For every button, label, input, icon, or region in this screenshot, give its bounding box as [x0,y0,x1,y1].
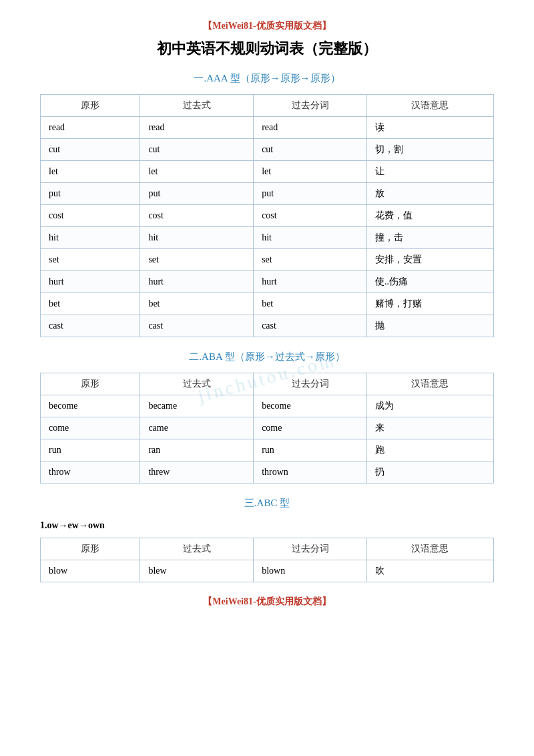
table-row: betbetbet赌博，打赌 [41,293,494,315]
col-header-2: 过去分词 [254,95,367,117]
cell-3-2: put [254,183,367,205]
table-row: hithithit撞，击 [41,227,494,249]
cell-0-3: 吹 [366,560,493,582]
cell-2-3: 跑 [366,439,493,461]
cell-6-1: set [140,249,254,271]
cell-1-2: come [254,417,367,439]
table-row: setsetset安排，安置 [41,249,494,271]
cell-3-0: throw [41,461,140,484]
section-title-aaa: 一.AAA 型（原形→原形→原形） [40,72,494,85]
cell-0-2: blown [254,560,367,582]
cell-9-1: cast [140,315,254,337]
cell-8-2: bet [254,293,367,315]
cell-8-1: bet [140,293,254,315]
col-header-1: 过去式 [140,538,254,560]
col-header-0: 原形 [41,538,140,560]
cell-0-0: blow [41,560,140,582]
table-row: throwthrewthrown扔 [41,461,494,484]
col-header-2: 过去分词 [254,373,367,395]
cell-4-0: cost [41,205,140,227]
cell-2-0: run [41,439,140,461]
cell-5-3: 撞，击 [366,227,493,249]
cell-1-3: 切，割 [366,139,493,161]
table-row: letletlet让 [41,161,494,183]
section-title-abc: 三.ABC 型 [40,497,494,510]
cell-3-1: put [140,183,254,205]
cell-2-3: 让 [366,161,493,183]
cell-3-3: 扔 [366,461,493,484]
cell-5-0: hit [41,227,140,249]
cell-1-1: came [140,417,254,439]
cell-0-1: became [140,395,254,417]
cell-0-0: read [41,117,140,139]
cell-2-2: let [254,161,367,183]
cell-7-2: hurt [254,271,367,293]
table-row: readreadread读 [41,117,494,139]
col-header-1: 过去式 [140,95,254,117]
cell-1-1: cut [140,139,254,161]
cell-7-0: hurt [41,271,140,293]
cell-1-3: 来 [366,417,493,439]
cell-5-1: hit [140,227,254,249]
cell-2-2: run [254,439,367,461]
table-row: hurthurthurt使..伤痛 [41,271,494,293]
cell-1-0: cut [41,139,140,161]
cell-4-2: cost [254,205,367,227]
col-header-2: 过去分词 [254,538,367,560]
cell-4-3: 花费，值 [366,205,493,227]
brand-bottom: 【MeiWei81-优质实用版文档】 [40,596,494,608]
cell-1-0: come [41,417,140,439]
table-row: castcastcast抛 [41,315,494,337]
cell-1-2: cut [254,139,367,161]
cell-6-0: set [41,249,140,271]
table-row: putputput放 [41,183,494,205]
cell-0-3: 读 [366,117,493,139]
cell-0-1: blew [140,560,254,582]
sub-section-title-abc: 1.ow→ew→own [40,520,494,531]
cell-7-3: 使..伤痛 [366,271,493,293]
cell-2-1: let [140,161,254,183]
cell-6-2: set [254,249,367,271]
table-abc: 原形过去式过去分词汉语意思blowblewblown吹 [40,538,494,582]
cell-2-0: let [41,161,140,183]
cell-5-2: hit [254,227,367,249]
cell-3-2: thrown [254,461,367,484]
brand-top: 【MeiWei81-优质实用版文档】 [40,20,494,32]
cell-6-3: 安排，安置 [366,249,493,271]
table-row: becomebecamebecome成为 [41,395,494,417]
col-header-0: 原形 [41,373,140,395]
col-header-3: 汉语意思 [366,373,493,395]
cell-0-0: become [41,395,140,417]
cell-2-1: ran [140,439,254,461]
table-row: runranrun跑 [41,439,494,461]
col-header-3: 汉语意思 [366,538,493,560]
cell-0-3: 成为 [366,395,493,417]
main-title: 初中英语不规则动词表（完整版） [40,39,494,59]
cell-0-2: read [254,117,367,139]
cell-7-1: hurt [140,271,254,293]
cell-9-0: cast [41,315,140,337]
table-aaa: 原形过去式过去分词汉语意思readreadread读cutcutcut切，割le… [40,94,494,337]
table-row: costcostcost花费，值 [41,205,494,227]
col-header-0: 原形 [41,95,140,117]
cell-3-0: put [41,183,140,205]
cell-8-3: 赌博，打赌 [366,293,493,315]
cell-0-2: become [254,395,367,417]
col-header-1: 过去式 [140,373,254,395]
table-row: blowblewblown吹 [41,560,494,582]
cell-9-3: 抛 [366,315,493,337]
table-aba: 原形过去式过去分词汉语意思becomebecamebecome成为comecam… [40,373,494,484]
cell-3-1: threw [140,461,254,484]
section-title-aba: 二.ABA 型（原形→过去式→原形） [40,351,494,363]
col-header-3: 汉语意思 [366,95,493,117]
table-row: cutcutcut切，割 [41,139,494,161]
cell-4-1: cost [140,205,254,227]
cell-8-0: bet [41,293,140,315]
table-row: comecamecome来 [41,417,494,439]
cell-0-1: read [140,117,254,139]
cell-3-3: 放 [366,183,493,205]
cell-9-2: cast [254,315,367,337]
